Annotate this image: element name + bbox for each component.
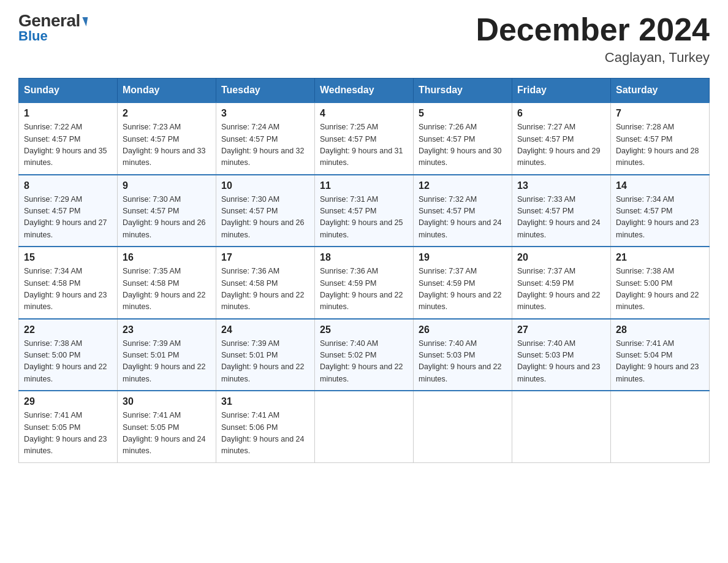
day-number: 8 (24, 180, 112, 191)
table-row: 12Sunrise: 7:32 AMSunset: 4:57 PMDayligh… (414, 175, 512, 247)
day-number: 3 (221, 108, 309, 119)
table-row: 23Sunrise: 7:39 AMSunset: 5:01 PMDayligh… (118, 319, 216, 391)
table-row: 9Sunrise: 7:30 AMSunset: 4:57 PMDaylight… (118, 175, 216, 247)
day-info: Sunrise: 7:41 AMSunset: 5:05 PMDaylight:… (24, 410, 112, 458)
day-number: 16 (123, 252, 211, 263)
table-row (512, 391, 611, 462)
table-row: 21Sunrise: 7:38 AMSunset: 5:00 PMDayligh… (611, 247, 710, 319)
day-info: Sunrise: 7:36 AMSunset: 4:58 PMDaylight:… (221, 266, 309, 313)
table-row: 11Sunrise: 7:31 AMSunset: 4:57 PMDayligh… (315, 175, 414, 247)
logo-blue-text: Blue (18, 28, 48, 44)
table-row: 24Sunrise: 7:39 AMSunset: 5:01 PMDayligh… (216, 319, 315, 391)
table-row: 25Sunrise: 7:40 AMSunset: 5:02 PMDayligh… (315, 319, 414, 391)
day-number: 7 (616, 108, 704, 119)
day-info: Sunrise: 7:29 AMSunset: 4:57 PMDaylight:… (24, 194, 112, 242)
logo-general-text: General (18, 12, 87, 29)
day-info: Sunrise: 7:33 AMSunset: 4:57 PMDaylight:… (517, 194, 605, 242)
table-row: 14Sunrise: 7:34 AMSunset: 4:57 PMDayligh… (611, 175, 710, 247)
month-title: December 2024 (476, 12, 710, 47)
logo: General Blue (18, 12, 87, 44)
day-info: Sunrise: 7:26 AMSunset: 4:57 PMDaylight:… (419, 121, 507, 169)
page-header: General Blue December 2024 Caglayan, Tur… (18, 12, 710, 66)
col-friday: Friday (512, 79, 611, 103)
day-number: 30 (123, 396, 211, 407)
day-info: Sunrise: 7:27 AMSunset: 4:57 PMDaylight:… (517, 121, 605, 169)
table-row: 5Sunrise: 7:26 AMSunset: 4:57 PMDaylight… (414, 102, 512, 175)
table-row: 18Sunrise: 7:36 AMSunset: 4:59 PMDayligh… (315, 247, 414, 319)
day-number: 15 (24, 252, 112, 263)
day-number: 5 (419, 108, 507, 119)
table-row: 20Sunrise: 7:37 AMSunset: 4:59 PMDayligh… (512, 247, 611, 319)
day-number: 23 (123, 324, 211, 335)
day-info: Sunrise: 7:34 AMSunset: 4:58 PMDaylight:… (24, 266, 112, 313)
table-row: 19Sunrise: 7:37 AMSunset: 4:59 PMDayligh… (414, 247, 512, 319)
table-row: 31Sunrise: 7:41 AMSunset: 5:06 PMDayligh… (216, 391, 315, 462)
day-number: 14 (616, 180, 704, 191)
day-number: 6 (517, 108, 605, 119)
day-number: 25 (320, 324, 408, 335)
table-row: 4Sunrise: 7:25 AMSunset: 4:57 PMDaylight… (315, 102, 414, 175)
table-row: 15Sunrise: 7:34 AMSunset: 4:58 PMDayligh… (19, 247, 118, 319)
col-saturday: Saturday (611, 79, 710, 103)
table-row: 26Sunrise: 7:40 AMSunset: 5:03 PMDayligh… (414, 319, 512, 391)
logo-triangle-icon (80, 17, 88, 26)
day-number: 27 (517, 324, 605, 335)
day-info: Sunrise: 7:24 AMSunset: 4:57 PMDaylight:… (221, 121, 309, 169)
day-number: 22 (24, 324, 112, 335)
day-number: 2 (123, 108, 211, 119)
col-tuesday: Tuesday (216, 79, 315, 103)
table-row (611, 391, 710, 462)
day-info: Sunrise: 7:38 AMSunset: 5:00 PMDaylight:… (616, 266, 704, 313)
day-number: 18 (320, 252, 408, 263)
day-info: Sunrise: 7:35 AMSunset: 4:58 PMDaylight:… (123, 266, 211, 313)
table-row: 6Sunrise: 7:27 AMSunset: 4:57 PMDaylight… (512, 102, 611, 175)
calendar-week-4: 22Sunrise: 7:38 AMSunset: 5:00 PMDayligh… (19, 319, 710, 391)
day-info: Sunrise: 7:39 AMSunset: 5:01 PMDaylight:… (221, 338, 309, 386)
day-info: Sunrise: 7:32 AMSunset: 4:57 PMDaylight:… (419, 194, 507, 242)
day-number: 13 (517, 180, 605, 191)
day-info: Sunrise: 7:37 AMSunset: 4:59 PMDaylight:… (517, 266, 605, 313)
calendar-table: Sunday Monday Tuesday Wednesday Thursday… (18, 78, 710, 463)
calendar-week-3: 15Sunrise: 7:34 AMSunset: 4:58 PMDayligh… (19, 247, 710, 319)
day-number: 26 (419, 324, 507, 335)
day-info: Sunrise: 7:41 AMSunset: 5:06 PMDaylight:… (221, 410, 309, 458)
day-number: 31 (221, 396, 309, 407)
day-number: 19 (419, 252, 507, 263)
day-number: 1 (24, 108, 112, 119)
day-info: Sunrise: 7:25 AMSunset: 4:57 PMDaylight:… (320, 121, 408, 169)
day-info: Sunrise: 7:34 AMSunset: 4:57 PMDaylight:… (616, 194, 704, 242)
day-number: 17 (221, 252, 309, 263)
col-sunday: Sunday (19, 79, 118, 103)
calendar-week-1: 1Sunrise: 7:22 AMSunset: 4:57 PMDaylight… (19, 102, 710, 175)
day-info: Sunrise: 7:31 AMSunset: 4:57 PMDaylight:… (320, 194, 408, 242)
table-row: 30Sunrise: 7:41 AMSunset: 5:05 PMDayligh… (118, 391, 216, 462)
day-number: 21 (616, 252, 704, 263)
day-number: 24 (221, 324, 309, 335)
title-block: December 2024 Caglayan, Turkey (476, 12, 710, 66)
calendar-header-row: Sunday Monday Tuesday Wednesday Thursday… (19, 79, 710, 103)
table-row: 2Sunrise: 7:23 AMSunset: 4:57 PMDaylight… (118, 102, 216, 175)
day-info: Sunrise: 7:30 AMSunset: 4:57 PMDaylight:… (123, 194, 211, 242)
day-number: 10 (221, 180, 309, 191)
day-info: Sunrise: 7:28 AMSunset: 4:57 PMDaylight:… (616, 121, 704, 169)
col-thursday: Thursday (414, 79, 512, 103)
table-row: 22Sunrise: 7:38 AMSunset: 5:00 PMDayligh… (19, 319, 118, 391)
day-number: 29 (24, 396, 112, 407)
day-info: Sunrise: 7:39 AMSunset: 5:01 PMDaylight:… (123, 338, 211, 386)
table-row: 17Sunrise: 7:36 AMSunset: 4:58 PMDayligh… (216, 247, 315, 319)
day-info: Sunrise: 7:40 AMSunset: 5:03 PMDaylight:… (517, 338, 605, 386)
col-monday: Monday (118, 79, 216, 103)
location-text: Caglayan, Turkey (476, 50, 710, 66)
table-row: 28Sunrise: 7:41 AMSunset: 5:04 PMDayligh… (611, 319, 710, 391)
table-row (414, 391, 512, 462)
day-info: Sunrise: 7:38 AMSunset: 5:00 PMDaylight:… (24, 338, 112, 386)
day-info: Sunrise: 7:36 AMSunset: 4:59 PMDaylight:… (320, 266, 408, 313)
calendar-week-5: 29Sunrise: 7:41 AMSunset: 5:05 PMDayligh… (19, 391, 710, 462)
day-number: 20 (517, 252, 605, 263)
calendar-week-2: 8Sunrise: 7:29 AMSunset: 4:57 PMDaylight… (19, 175, 710, 247)
table-row: 1Sunrise: 7:22 AMSunset: 4:57 PMDaylight… (19, 102, 118, 175)
day-info: Sunrise: 7:30 AMSunset: 4:57 PMDaylight:… (221, 194, 309, 242)
table-row: 8Sunrise: 7:29 AMSunset: 4:57 PMDaylight… (19, 175, 118, 247)
day-number: 4 (320, 108, 408, 119)
day-number: 9 (123, 180, 211, 191)
